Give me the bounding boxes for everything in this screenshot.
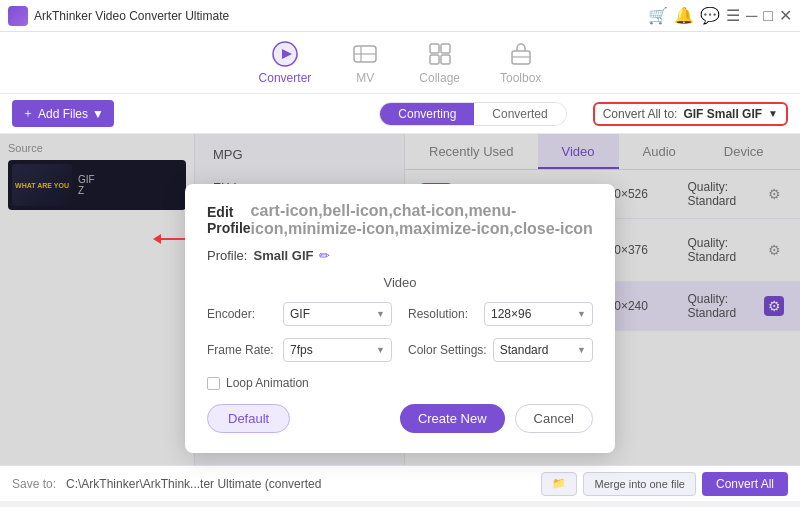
converter-label: Converter xyxy=(259,71,312,85)
mv-icon xyxy=(351,40,379,68)
format-list-panel: Recently Used Video Audio Device GIF Lar… xyxy=(405,134,800,465)
modal-profile-row: Profile: Small GIF ✏ xyxy=(405,248,593,263)
dropdown-arrow-icon: ▼ xyxy=(92,107,104,121)
resolution-label: Resolution: xyxy=(408,307,478,321)
svg-rect-5 xyxy=(430,44,439,53)
modal-form-grid: Encoder: GIF ▼ Resolution: 128×96 ▼ xyxy=(405,302,593,362)
color-settings-value: Standard xyxy=(500,343,549,357)
convert-all-label: Convert All to: xyxy=(603,107,678,121)
convert-all-arrow-icon: ▼ xyxy=(768,108,778,119)
add-files-button[interactable]: ＋ Add Files ▼ xyxy=(12,100,114,127)
action-bar: ＋ Add Files ▼ Converting Converted Conve… xyxy=(0,94,800,134)
nav-mv[interactable]: MV xyxy=(351,40,379,85)
btn-group-right: Create New Cancel xyxy=(405,404,593,433)
modal-title: Edit Profile cart-icon,bell-icon,chat-ic… xyxy=(405,202,593,238)
tab-group: Converting Converted xyxy=(379,102,566,126)
convert-all-value: GIF Small GIF xyxy=(683,107,762,121)
converter-icon xyxy=(271,40,299,68)
save-to-label: Save to: xyxy=(12,477,56,491)
save-to-path: C:\ArkThinker\ArkThink...ter Ultimate (c… xyxy=(66,477,531,491)
merge-button[interactable]: Merge into one file xyxy=(583,472,696,496)
resolution-dropdown-icon: ▼ xyxy=(577,309,586,319)
modal-actions: Default Create New Cancel xyxy=(405,404,593,433)
bell-icon[interactable]: 🔔 xyxy=(674,8,694,24)
modal-overlay: Edit Profile cart-icon,bell-icon,chat-ic… xyxy=(405,134,800,465)
tab-converted[interactable]: Converted xyxy=(474,103,565,125)
create-new-button[interactable]: Create New xyxy=(405,404,505,433)
app-title: ArkThinker Video Converter Ultimate xyxy=(34,9,229,23)
toolbox-label: Toolbox xyxy=(500,71,541,85)
cart-icon[interactable]: 🛒 xyxy=(648,8,668,24)
tab-converting[interactable]: Converting xyxy=(380,103,474,125)
nav-converter[interactable]: Converter xyxy=(259,40,312,85)
menu-icon[interactable]: ☰ xyxy=(726,8,740,24)
main-content: Source WHAT ARE YOU GIF Z MPG FLV F4V SW… xyxy=(0,134,800,465)
color-settings-select[interactable]: Standard ▼ xyxy=(493,338,593,362)
maximize-icon[interactable]: □ xyxy=(763,8,773,24)
bottom-actions: 📁 Merge into one file Convert All xyxy=(541,472,788,496)
minimize-icon[interactable]: ─ xyxy=(746,8,757,24)
color-settings-label: Color Settings: xyxy=(408,343,487,357)
svg-rect-7 xyxy=(430,55,439,64)
loop-animation-row: Loop Animation xyxy=(405,376,593,390)
collage-label: Collage xyxy=(419,71,460,85)
add-files-label: Add Files xyxy=(38,107,88,121)
app-icon xyxy=(8,6,28,26)
resolution-row: Resolution: 128×96 ▼ xyxy=(408,302,593,326)
title-bar: ArkThinker Video Converter Ultimate 🛒 🔔 … xyxy=(0,0,800,32)
title-bar-controls[interactable]: 🛒 🔔 💬 ☰ ─ □ ✕ xyxy=(648,8,792,24)
svg-rect-8 xyxy=(441,55,450,64)
modal-section-label: Video xyxy=(405,275,593,290)
title-bar-left: ArkThinker Video Converter Ultimate xyxy=(8,6,229,26)
nav-toolbar: Converter MV Collage xyxy=(0,32,800,94)
chat-icon[interactable]: 💬 xyxy=(700,8,720,24)
folder-button[interactable]: 📁 xyxy=(541,472,577,496)
plus-icon: ＋ xyxy=(22,105,34,122)
collage-icon xyxy=(426,40,454,68)
modal-close-button[interactable]: cart-icon,bell-icon,chat-icon,menu-icon,… xyxy=(405,202,593,238)
cancel-button[interactable]: Cancel xyxy=(515,404,593,433)
nav-toolbox[interactable]: Toolbox xyxy=(500,40,541,85)
color-settings-dropdown-icon: ▼ xyxy=(577,345,586,355)
convert-all-button[interactable]: Convert All xyxy=(702,472,788,496)
mv-label: MV xyxy=(356,71,374,85)
color-settings-row: Color Settings: Standard ▼ xyxy=(408,338,593,362)
svg-rect-6 xyxy=(441,44,450,53)
bottom-bar: Save to: C:\ArkThinker\ArkThink...ter Ul… xyxy=(0,465,800,501)
convert-all-box[interactable]: Convert All to: GIF Small GIF ▼ xyxy=(593,102,788,126)
nav-collage[interactable]: Collage xyxy=(419,40,460,85)
close-icon[interactable]: ✕ xyxy=(779,8,792,24)
toolbox-icon xyxy=(507,40,535,68)
resolution-value: 128×96 xyxy=(491,307,531,321)
resolution-select[interactable]: 128×96 ▼ xyxy=(484,302,593,326)
edit-profile-modal: Edit Profile cart-icon,bell-icon,chat-ic… xyxy=(405,184,615,453)
